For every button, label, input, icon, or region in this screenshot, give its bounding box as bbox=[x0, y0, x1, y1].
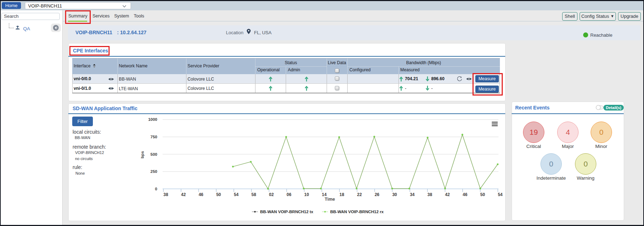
svg-text:54: 54 bbox=[234, 192, 239, 197]
svg-text:38: 38 bbox=[163, 192, 168, 197]
svg-text:46: 46 bbox=[199, 192, 204, 197]
svg-text:bps: bps bbox=[140, 151, 144, 158]
svg-text:50: 50 bbox=[480, 192, 485, 197]
svg-text:250: 250 bbox=[151, 169, 157, 174]
svg-text:18: 18 bbox=[339, 192, 344, 197]
svg-text:750: 750 bbox=[151, 135, 157, 139]
svg-text:06: 06 bbox=[287, 192, 292, 197]
svg-text:30: 30 bbox=[392, 192, 397, 197]
svg-text:02: 02 bbox=[269, 192, 274, 197]
svg-text:BB-WAN VOIP-BRNCH12 tx: BB-WAN VOIP-BRNCH12 tx bbox=[260, 210, 313, 214]
svg-text:42: 42 bbox=[445, 192, 450, 197]
svg-text:10: 10 bbox=[304, 192, 309, 197]
svg-text:54: 54 bbox=[498, 192, 503, 197]
svg-text:22: 22 bbox=[357, 192, 362, 197]
svg-text:34: 34 bbox=[410, 192, 415, 197]
svg-text:26: 26 bbox=[375, 192, 380, 197]
svg-text:Time: Time bbox=[325, 197, 335, 202]
svg-text:14: 14 bbox=[322, 192, 327, 197]
svg-text:46: 46 bbox=[463, 192, 468, 197]
svg-text:42: 42 bbox=[181, 192, 186, 197]
svg-text:1000: 1000 bbox=[148, 117, 157, 122]
svg-text:58: 58 bbox=[252, 192, 257, 197]
svg-text:BB-WAN VOIP-BRNCH12 rx: BB-WAN VOIP-BRNCH12 rx bbox=[330, 210, 384, 214]
svg-text:38: 38 bbox=[427, 192, 432, 197]
svg-text:0: 0 bbox=[155, 187, 157, 191]
svg-text:50: 50 bbox=[216, 192, 221, 197]
svg-text:500: 500 bbox=[151, 152, 157, 156]
